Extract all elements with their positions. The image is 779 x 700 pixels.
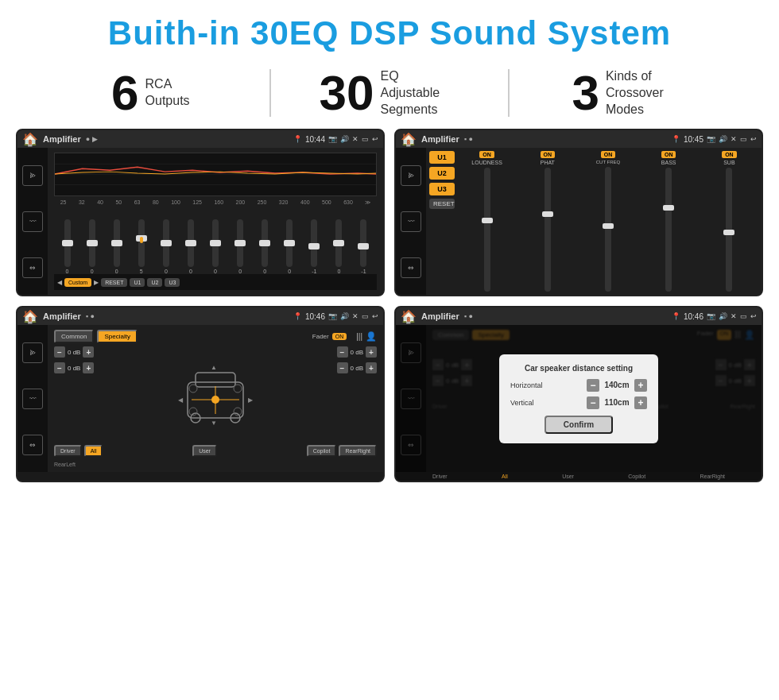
rearright-btn[interactable]: RearRight — [339, 445, 377, 457]
eq-icon-1[interactable]: ⫸ — [22, 165, 43, 186]
driver-btn[interactable]: Driver — [54, 445, 82, 457]
close-icon-4[interactable]: ✕ — [731, 312, 737, 320]
dlg-driver: Driver — [432, 474, 448, 479]
eq-slider-4[interactable]: 0 — [154, 219, 177, 274]
eq-dot-icon: ● ▶ — [86, 135, 98, 143]
db2-minus[interactable]: − — [54, 362, 65, 373]
ch-loudness: ON LOUDNESS — [458, 151, 516, 292]
user-icon[interactable]: 👤 — [366, 331, 377, 342]
eq-slider-8[interactable]: 0 — [254, 219, 277, 274]
eq-slider-1[interactable]: 0 — [80, 219, 103, 274]
db1-plus[interactable]: + — [83, 346, 94, 358]
vertical-minus[interactable]: − — [587, 396, 599, 409]
close-icon[interactable]: ✕ — [352, 135, 358, 143]
ch-icon-3[interactable]: ⇔ — [401, 257, 421, 278]
eq-content: ⫸ 〰 ⇔ — [17, 148, 383, 295]
cutfreq-slider[interactable] — [605, 167, 611, 292]
next-arrow[interactable]: ▶ — [94, 279, 99, 286]
u1-btn[interactable]: U1 — [130, 278, 145, 287]
back-icon[interactable]: ↩ — [372, 135, 378, 143]
fader-icon-3[interactable]: ⇔ — [22, 435, 43, 455]
loudness-slider[interactable] — [484, 168, 490, 292]
cutfreq-on[interactable]: ON — [601, 151, 616, 158]
vertical-plus[interactable]: + — [634, 396, 647, 409]
horizontal-minus[interactable]: − — [587, 379, 599, 392]
eq-slider-2[interactable]: 0 — [105, 219, 128, 274]
db2-plus[interactable]: + — [83, 362, 94, 373]
all-btn[interactable]: All — [84, 445, 103, 457]
close-icon-3[interactable]: ✕ — [352, 312, 358, 320]
confirm-button[interactable]: Confirm — [545, 416, 613, 434]
home-icon-3[interactable]: 🏠 — [22, 309, 38, 324]
eq-slider-7[interactable]: 0 — [229, 219, 252, 274]
db4-plus[interactable]: + — [366, 362, 377, 373]
home-icon-2[interactable]: 🏠 — [401, 132, 417, 147]
bass-slider[interactable] — [665, 168, 672, 292]
eq-slider-12[interactable]: -1 — [352, 219, 375, 274]
db4-minus[interactable]: − — [337, 362, 348, 373]
dialog-screen: 🏠 Amplifier ▪ ● 📍 10:46 📷 🔊 ✕ ▭ ↩ ⫸ 〰 ⇔ — [394, 306, 763, 482]
location-icon-3: 📍 — [293, 312, 302, 320]
eq-sliders: 0 0 0 5 0 — [54, 208, 377, 274]
minimize-icon-3[interactable]: ▭ — [362, 312, 369, 320]
db3-plus[interactable]: + — [366, 346, 377, 358]
home-icon[interactable]: 🏠 — [22, 132, 38, 147]
db1-minus[interactable]: − — [54, 346, 65, 358]
u2-btn[interactable]: U2 — [147, 278, 162, 287]
back-icon-3[interactable]: ↩ — [372, 312, 378, 320]
sub-slider[interactable] — [726, 168, 732, 292]
db3-value: 0 dB — [351, 349, 363, 356]
back-icon-2[interactable]: ↩ — [750, 135, 757, 143]
fader-icon-2[interactable]: 〰 — [22, 389, 43, 409]
fader-main-area: Common Specialty Fader ON ||| 👤 − 0 dB + — [48, 325, 383, 472]
u3-btn[interactable]: U3 — [165, 278, 180, 287]
minimize-icon[interactable]: ▭ — [362, 135, 369, 143]
u1-select[interactable]: U1 — [429, 151, 455, 164]
fader-on[interactable]: ON — [332, 333, 347, 340]
eq-slider-11[interactable]: 0 — [327, 219, 351, 274]
back-icon-4[interactable]: ↩ — [750, 312, 757, 320]
user-btn[interactable]: User — [192, 445, 217, 457]
location-icon-4: 📍 — [672, 312, 680, 320]
fader-bottom: Driver All User Copilot RearRight — [54, 445, 377, 457]
ch-icon-2[interactable]: 〰 — [401, 211, 421, 232]
eq-side-icons: ⫸ 〰 ⇔ — [17, 148, 48, 295]
svg-text:▲: ▲ — [211, 364, 217, 371]
db3-minus[interactable]: − — [337, 346, 348, 358]
prev-arrow[interactable]: ◀ — [57, 279, 62, 286]
db4-value: 0 dB — [351, 365, 363, 372]
u3-select[interactable]: U3 — [429, 183, 455, 195]
eq-slider-3[interactable]: 5 — [130, 219, 153, 274]
ch-icon-1[interactable]: ⫸ — [401, 165, 421, 186]
loudness-on[interactable]: ON — [479, 151, 494, 158]
custom-btn[interactable]: Custom — [64, 278, 91, 287]
minimize-icon-2[interactable]: ▭ — [740, 135, 747, 143]
minimize-icon-4[interactable]: ▭ — [740, 312, 747, 320]
eq-slider-6[interactable]: 0 — [203, 219, 227, 274]
u2-select[interactable]: U2 — [429, 167, 455, 180]
fader-time: 10:46 — [305, 312, 325, 321]
fader-content: ⫸ 〰 ⇔ Common Specialty Fader ON ||| 👤 — [17, 325, 383, 472]
eq-slider-0[interactable]: 0 — [56, 219, 79, 274]
copilot-btn[interactable]: Copilot — [307, 445, 337, 457]
eq-icon-3[interactable]: ⇔ — [22, 257, 43, 278]
horizontal-plus[interactable]: + — [634, 379, 647, 392]
eq-slider-10[interactable]: -1 — [303, 219, 326, 274]
home-icon-4[interactable]: 🏠 — [401, 309, 417, 324]
bass-on[interactable]: ON — [661, 151, 676, 158]
eq-icon-2[interactable]: 〰 — [22, 211, 43, 232]
specialty-tab[interactable]: Specialty — [97, 330, 137, 343]
close-icon-2[interactable]: ✕ — [731, 135, 737, 143]
eq-slider-9[interactable]: 0 — [278, 219, 301, 274]
fader-icon-1[interactable]: ⫸ — [22, 342, 43, 363]
phat-on[interactable]: ON — [541, 151, 556, 158]
phat-slider[interactable] — [545, 168, 551, 292]
stats-row: 6 RCAOutputs 30 EQ AdjustableSegments 3 … — [0, 60, 779, 129]
reset-btn[interactable]: RESET — [101, 278, 127, 287]
common-tab[interactable]: Common — [54, 330, 94, 343]
vertical-control: − 110cm + — [587, 396, 647, 409]
eq-freq-labels: 2532405063 80100125160200 25032040050063… — [54, 199, 377, 206]
amp2-reset[interactable]: RESET — [429, 199, 455, 209]
sub-on[interactable]: ON — [722, 151, 737, 158]
eq-slider-5[interactable]: 0 — [179, 219, 202, 274]
